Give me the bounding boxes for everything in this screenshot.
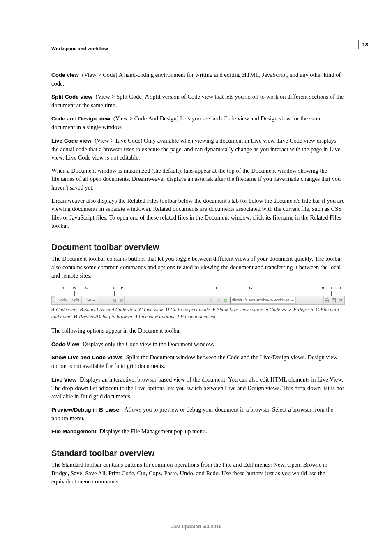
figure-document-toolbar: A B C D E F G H I J Code Split Live [51, 285, 345, 305]
refresh-icon[interactable] [222, 296, 229, 304]
def-body: (View > Live Code) Only available when v… [51, 137, 340, 161]
page-number: 18 [362, 41, 368, 49]
document-toolbar: Code Split Live [51, 296, 345, 305]
def-preview-debug: Preview/Debug in Browser Allows you to p… [51, 405, 345, 422]
def-body: Displays the File Management pop-up menu… [99, 428, 207, 435]
toolbar-spacer [125, 296, 207, 304]
para-related-files: Dreamweaver also displays the Related Fi… [51, 197, 345, 230]
section-heading-document-toolbar: Document toolbar overview [51, 241, 345, 253]
def-term: Code View [51, 341, 79, 347]
callout-letter: E [120, 285, 124, 291]
running-head: Workspace and workflow [51, 45, 345, 52]
def-live-view: Live View Displays an interactive, brows… [51, 375, 345, 400]
address-text: file:///C|/Users/smithav/1-Work/Site [232, 298, 289, 303]
page-number-rule [358, 40, 359, 49]
def-body: (View > Code) A hand-coding environment … [51, 72, 341, 87]
section-intro-document-toolbar: The Document toolbar contains buttons th… [51, 254, 345, 280]
def-body: Displays only the Code view in the Docum… [83, 341, 214, 347]
back-icon[interactable] [207, 296, 214, 304]
def-file-management: File Management Displays the File Manage… [51, 427, 345, 436]
def-term: Code and Design view [51, 116, 110, 122]
inspect-mode-icon[interactable] [111, 296, 118, 304]
figure-callouts: A B C D E F G H I J [51, 285, 345, 296]
def-term: Code view [51, 72, 79, 78]
live-view-button[interactable]: Live [82, 296, 98, 304]
callout-letter: I [329, 285, 333, 291]
code-view-button[interactable]: Code [55, 296, 69, 304]
footer-updated: Last updated 6/3/2015 [0, 523, 392, 530]
following-options-line: The following options appear in the Docu… [51, 326, 345, 335]
def-split-code-view: Split Code view (View > Split Code) A sp… [51, 92, 345, 109]
def-code-and-design-view: Code and Design view (View > Code And De… [51, 114, 345, 131]
def-term: Live View [51, 377, 76, 383]
callout-letter: C [85, 285, 89, 291]
def-body: Displays an interactive, browser-based v… [51, 376, 344, 400]
def-live-code-view: Live Code view (View > Live Code) Only a… [51, 136, 345, 162]
callout-letter: F [215, 285, 219, 291]
def-term: File Management [51, 428, 97, 435]
live-source-icon[interactable] [118, 296, 125, 304]
def-term: Live Code view [51, 138, 92, 144]
callout-letter: J [338, 285, 342, 291]
svg-point-0 [113, 299, 116, 302]
svg-rect-2 [332, 299, 336, 302]
def-show-live-and-code: Show Live and Code Views Splits the Docu… [51, 353, 345, 370]
def-term: Preview/Debug in Browser [51, 407, 121, 413]
callout-letter: H [321, 285, 325, 291]
def-term: Show Live and Code Views [51, 354, 123, 361]
callout-letter: G [249, 285, 253, 291]
toolbar-spacer [98, 296, 112, 304]
callout-letter: D [112, 285, 116, 291]
para-maximized-window: When a Document window is maximized (the… [51, 166, 345, 192]
file-management-icon[interactable] [337, 296, 344, 304]
nav-buttons [207, 296, 229, 304]
preview-browser-icon[interactable] [324, 296, 331, 304]
forward-icon[interactable] [214, 296, 222, 304]
figure-caption: A Code view B Show Live and Code view C … [51, 306, 345, 320]
address-field[interactable]: file:///C|/Users/smithav/1-Work/Site [230, 297, 296, 304]
toolbar-grip[interactable] [52, 296, 55, 304]
page-number-block: 18 [358, 40, 368, 49]
callout-letter: A [61, 285, 65, 291]
split-view-button[interactable]: Split [69, 296, 82, 304]
callout-letter: B [72, 285, 76, 291]
address-dropdown-icon[interactable] [291, 300, 294, 303]
def-term: Split Code view [51, 94, 92, 100]
def-body: (View > Split Code) A split version of C… [51, 93, 344, 109]
def-code-view: Code view (View > Code) A hand-coding en… [51, 71, 345, 88]
section-heading-standard-toolbar: Standard toolbar overview [51, 447, 345, 459]
toolbar-spacer [297, 296, 324, 304]
section-body-standard-toolbar: The Standard toolbar contains buttons fo… [51, 460, 345, 486]
def-code-view-2: Code View Displays only the Code view in… [51, 340, 345, 349]
live-view-options-icon[interactable] [331, 296, 338, 304]
